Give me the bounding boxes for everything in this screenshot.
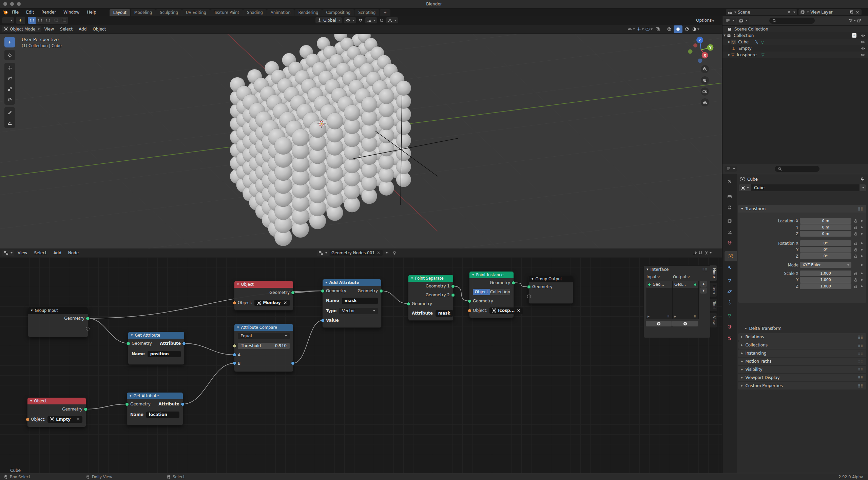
value-field[interactable]: 0 m	[800, 231, 851, 237]
tab-scene[interactable]	[724, 227, 735, 237]
lock-icon[interactable]	[853, 271, 858, 276]
viewport-menu-select[interactable]: Select	[57, 27, 76, 32]
animate-dot[interactable]	[861, 249, 863, 251]
clear-object-icon[interactable]	[516, 308, 521, 313]
tab-material[interactable]	[724, 322, 735, 332]
tab-view[interactable]: View	[710, 313, 717, 327]
value-field[interactable]: 0°	[800, 240, 851, 246]
geometry-input-socket[interactable]	[468, 299, 471, 303]
rotate-tool-button[interactable]	[4, 73, 15, 84]
node-point-separate[interactable]: ▼Point Separate Geometry 1 Geometry 2 Ge…	[408, 275, 454, 321]
view-layer-selector[interactable]: View Layer	[798, 9, 862, 15]
name-field[interactable]: position	[148, 351, 181, 357]
tab-rendering[interactable]: Rendering	[294, 9, 322, 16]
tab-compositing[interactable]: Compositing	[322, 9, 354, 16]
panel-instancing[interactable]: ▶Instancing⣿⣿	[738, 349, 866, 357]
datablock-name-field[interactable]: Cube	[751, 184, 859, 191]
outliner-row-scene-collection[interactable]: Scene Collection	[722, 26, 868, 32]
toggle-collection[interactable]: Collection	[490, 289, 510, 295]
filter-dropdown[interactable]	[848, 18, 856, 23]
node-menu-view[interactable]: View	[14, 251, 31, 255]
operation-dropdown[interactable]: Equal	[238, 333, 290, 339]
viewport-canvas[interactable]: ZYX	[0, 34, 722, 248]
object-input-socket[interactable]	[468, 309, 471, 313]
geometry-output-socket[interactable]	[86, 317, 90, 320]
transform-tool-button[interactable]	[4, 94, 15, 105]
unlink-scene-icon[interactable]	[787, 10, 791, 15]
shading-solid-button[interactable]	[674, 25, 682, 33]
clear-object-icon[interactable]	[283, 300, 288, 305]
select-mode-new-button[interactable]	[28, 17, 36, 24]
tab-sculpting[interactable]: Sculpting	[156, 9, 182, 16]
active-tool-button[interactable]	[16, 17, 25, 24]
tab-texture[interactable]	[724, 333, 735, 343]
virtual-output-socket[interactable]	[86, 327, 90, 331]
display-mode-dropdown[interactable]	[724, 18, 736, 24]
animate-dot[interactable]	[861, 285, 863, 287]
animate-dot[interactable]	[861, 264, 863, 266]
type-dropdown[interactable]: Vector	[339, 308, 378, 314]
3d-viewport[interactable]: ZYX Global Options Object Mode	[0, 16, 722, 248]
drag-handle[interactable]: ⣿	[667, 315, 670, 318]
go-to-parent-tree-button[interactable]	[692, 251, 697, 255]
menu-help[interactable]: Help	[83, 10, 100, 15]
panel-motion-paths[interactable]: ▶Motion Paths⣿⣿	[738, 358, 866, 365]
inputs-list[interactable]: Geo... ▶ ⣿	[646, 281, 672, 319]
shading-material-button[interactable]	[682, 25, 691, 33]
tab-tool[interactable]: Tool	[710, 299, 717, 311]
geometry-input-socket[interactable]	[527, 285, 531, 289]
mode-dropdown[interactable]: Object Mode	[2, 26, 41, 32]
snap-target-dropdown[interactable]	[365, 17, 377, 23]
value-field[interactable]: 0°	[800, 247, 851, 253]
transform-panel-header[interactable]: ▼Transform⣿⣿	[738, 205, 866, 213]
select-mode-subtract-button[interactable]	[44, 17, 52, 24]
attribute-field[interactable]: mask	[436, 310, 453, 317]
select-mode-extend-button[interactable]	[36, 17, 44, 24]
geometry2-output-socket[interactable]	[451, 293, 455, 297]
tab-scripting[interactable]: Scripting	[354, 9, 379, 16]
node-group-output[interactable]: ▼Group Output Geometry	[528, 275, 573, 304]
tree-name-field[interactable]: Geometry Nodes.001	[330, 250, 383, 256]
proportional-editing-toggle[interactable]	[379, 18, 384, 23]
panel-collections[interactable]: ▶Collections⣿⣿	[738, 341, 866, 349]
disclosure-triangle[interactable]: ▶	[727, 53, 731, 56]
measure-tool-button[interactable]	[4, 118, 15, 128]
node-attribute-compare[interactable]: ▼Attribute Compare Equal Threshold0.910 …	[234, 324, 293, 372]
tab-world[interactable]	[724, 238, 735, 248]
lock-icon[interactable]	[853, 219, 858, 223]
disclosure-triangle[interactable]: ▼	[722, 34, 727, 37]
annotate-tool-button[interactable]	[4, 107, 15, 118]
value-field[interactable]: 0 m	[800, 224, 851, 230]
scene-selector[interactable]: Scene	[726, 9, 797, 15]
expand-icon[interactable]: ▶	[674, 315, 676, 318]
eye-icon[interactable]	[861, 53, 865, 57]
menu-edit[interactable]: Edit	[22, 10, 38, 15]
node-object-empty[interactable]: ▼Object Geometry Object: Empty	[27, 397, 86, 427]
pin-button[interactable]	[392, 251, 397, 255]
expand-icon[interactable]: ▶	[648, 315, 650, 318]
b-input-socket[interactable]	[233, 361, 236, 365]
collection-checkbox[interactable]: ✓	[852, 33, 856, 38]
panel-visibility[interactable]: ▶Visibility⣿⣿	[738, 366, 866, 373]
geometry-input-socket[interactable]	[407, 302, 410, 306]
tab-layout[interactable]: Layout	[110, 9, 130, 16]
panel-viewport-display[interactable]: ▶Viewport Display⣿⣿	[738, 374, 866, 381]
tab-shading[interactable]: Shading	[243, 9, 267, 16]
node-get-attribute-location[interactable]: ▼Get Attribute GeometryAttribute Nameloc…	[127, 392, 183, 425]
add-input-button[interactable]	[646, 321, 672, 326]
geometry-output-socket[interactable]	[512, 281, 515, 285]
move-item-up-button[interactable]: ▲	[700, 281, 707, 287]
tab-constraints[interactable]	[724, 297, 735, 307]
unlink-tree-icon[interactable]	[376, 251, 381, 255]
delta-transform-subpanel[interactable]: ▶Delta Transform	[745, 326, 782, 331]
add-workspace-button[interactable]: +	[380, 9, 390, 16]
outliner-search-input[interactable]	[769, 18, 815, 24]
select-mode-invert-button[interactable]	[52, 17, 60, 24]
lock-icon[interactable]	[853, 225, 858, 229]
lock-icon[interactable]	[853, 241, 858, 245]
name-field[interactable]: location	[146, 412, 179, 418]
tree-fake-user-chevron[interactable]	[383, 252, 389, 254]
tab-texture-paint[interactable]: Texture Paint	[210, 9, 243, 16]
drag-handle[interactable]: ⣿⣿	[858, 207, 863, 211]
tab-tool[interactable]	[724, 177, 735, 187]
